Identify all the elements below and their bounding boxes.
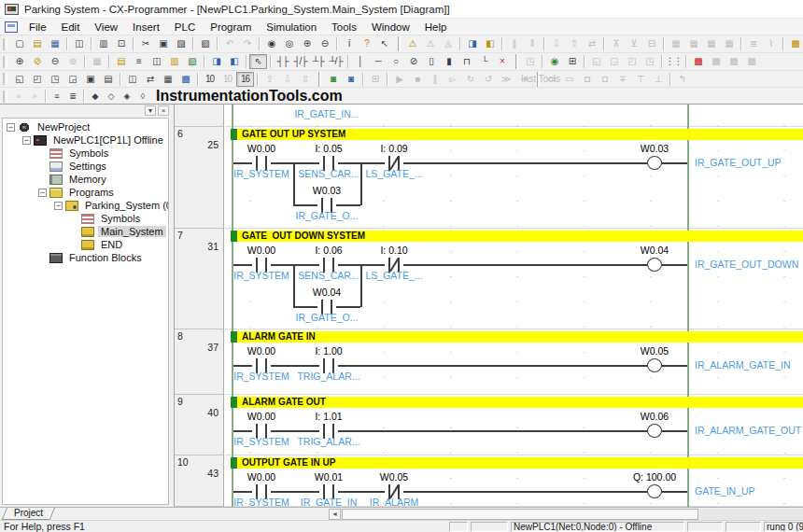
open-project-icon[interactable]: ▤: [28, 36, 46, 51]
context-help-icon[interactable]: ↖: [375, 36, 393, 51]
symbol-list-icon[interactable]: ⋮⋮: [665, 54, 683, 69]
rung-number-cell-8[interactable]: 837: [175, 329, 223, 395]
rung-number-cell-10[interactable]: 1043: [175, 455, 223, 507]
rung-list-icon[interactable]: ≣: [64, 90, 80, 103]
print-preview-icon[interactable]: ⊡: [112, 36, 130, 51]
mnemonic-view-icon[interactable]: ◨: [207, 54, 225, 69]
output-coil[interactable]: [647, 424, 662, 438]
go-to-next-address-icon[interactable]: ◈: [119, 90, 134, 103]
section-list-icon[interactable]: ▧: [183, 54, 201, 69]
zoom-custom-icon[interactable]: ⊘: [28, 54, 46, 69]
tree-item-symbols[interactable]: Symbols: [3, 212, 168, 225]
address-monitor-icon[interactable]: ◫: [148, 54, 165, 69]
mdi-child-icon[interactable]: [5, 21, 18, 33]
rung-number-cell-9[interactable]: 940: [175, 395, 223, 455]
overview-window-icon[interactable]: ▤: [112, 54, 130, 69]
about-icon[interactable]: i: [340, 36, 358, 51]
go-to-input-icon[interactable]: ◆: [87, 90, 103, 103]
instruction-icon[interactable]: ▯: [422, 54, 440, 69]
protection-icon[interactable]: ▩: [786, 36, 803, 51]
paste-attributes-icon[interactable]: ▧: [196, 36, 214, 51]
simulator-monitor-icon[interactable]: ◙: [342, 72, 359, 87]
comment-list-icon[interactable]: ≡: [49, 90, 64, 103]
window-cascade-icon[interactable]: ◱: [10, 72, 28, 87]
tree-item-settings[interactable]: Settings: [3, 160, 168, 173]
online-edit-begin-icon[interactable]: ◉: [545, 54, 563, 69]
online-edit-send-icon[interactable]: ⊞: [563, 54, 581, 69]
new-project-icon[interactable]: ▢: [10, 36, 28, 51]
new-closed-coil-icon[interactable]: ⊘: [404, 54, 422, 69]
rung-number-cell[interactable]: [175, 105, 223, 127]
window-next-icon[interactable]: ▤: [99, 72, 117, 87]
replace-icon[interactable]: ◎: [280, 36, 298, 51]
toolbar-grip[interactable]: [3, 91, 7, 103]
output-coil[interactable]: [647, 156, 662, 170]
find-symbol-icon[interactable]: ◫: [70, 36, 88, 51]
tree-item-symbols[interactable]: Symbols: [3, 147, 168, 160]
tree-expander-minus[interactable]: −: [38, 189, 47, 197]
tree-item-newproject[interactable]: −NewProject: [3, 120, 168, 133]
menu-window[interactable]: Window: [364, 20, 417, 35]
cross-reference-icon[interactable]: ◫: [123, 72, 141, 87]
menu-help[interactable]: Help: [417, 20, 455, 35]
tree-item-function-blocks[interactable]: Function Blocks: [3, 251, 168, 264]
tree-item-programs[interactable]: −Programs: [3, 186, 168, 199]
zoom-out-icon[interactable]: ⊖: [46, 54, 63, 69]
auto-online-icon[interactable]: ◧: [481, 36, 499, 51]
window-arrange-icon[interactable]: ◲: [63, 72, 81, 87]
ladder-view-icon[interactable]: ◧: [225, 54, 243, 69]
workspace-pin-button[interactable]: ▾: [145, 105, 156, 116]
new-closed-contact-icon[interactable]: ┤/├: [291, 54, 309, 69]
tree-item-memory[interactable]: Memory: [3, 173, 168, 186]
monitor-hex-icon[interactable]: 16: [236, 72, 254, 87]
select-tool-icon[interactable]: ⇖: [249, 54, 267, 69]
menu-insert[interactable]: Insert: [125, 20, 167, 35]
find-all-icon[interactable]: ⊖: [316, 36, 333, 51]
scroll-left-button[interactable]: ◄: [329, 509, 341, 520]
address-reference-icon[interactable]: ⇄: [141, 72, 159, 87]
tree-item-main-system[interactable]: Main_System: [3, 225, 168, 238]
rung-comment[interactable]: GATE OUT DOWN SYSTEM: [237, 231, 803, 242]
delete-line-icon[interactable]: ×: [493, 54, 511, 69]
window-prev-icon[interactable]: ▣: [81, 72, 99, 87]
horizontal-line-icon[interactable]: ─: [369, 54, 387, 69]
tree-expander-minus[interactable]: −: [22, 136, 31, 145]
tree-item-end[interactable]: END: [3, 238, 168, 251]
function-block-icon[interactable]: ⊓: [458, 54, 475, 69]
find-bit-address-icon[interactable]: ⊕: [298, 36, 316, 51]
copy-icon[interactable]: ▣: [154, 36, 172, 51]
window-tile-h-icon[interactable]: ◰: [28, 72, 46, 87]
help-topics-icon[interactable]: ?: [358, 36, 375, 51]
menu-edit[interactable]: Edit: [54, 20, 88, 35]
save-project-icon[interactable]: ▦: [46, 36, 63, 51]
or-closed-contact-icon[interactable]: ┴/├: [327, 54, 345, 69]
toolbar-grip[interactable]: [3, 56, 7, 68]
work-online-icon[interactable]: ◨: [463, 36, 481, 51]
menu-file[interactable]: File: [21, 20, 54, 35]
rung-number-cell-6[interactable]: 625: [175, 127, 223, 229]
zoom-in-icon[interactable]: ⊕: [10, 54, 28, 69]
cut-icon[interactable]: ✂: [136, 36, 154, 51]
horizontal-scrollbar[interactable]: ◄: [329, 509, 803, 520]
menu-view[interactable]: View: [87, 20, 125, 35]
new-contact-icon[interactable]: ┤├: [274, 54, 291, 69]
tree-item-newplc1-cp1l-offline[interactable]: −NewPLC1[CP1L] Offline: [3, 133, 168, 147]
menu-program[interactable]: Program: [203, 20, 259, 35]
rung-comment[interactable]: ALARM GATE OUT: [237, 397, 803, 408]
work-online-simulator-icon[interactable]: ◙: [324, 72, 342, 87]
project-tab[interactable]: Project: [2, 508, 55, 520]
rung-number-cell-7[interactable]: 731: [175, 229, 223, 329]
output-coil[interactable]: [647, 258, 662, 272]
print-icon[interactable]: ▥: [94, 36, 112, 51]
new-coil-icon[interactable]: ○: [387, 54, 404, 69]
rung-comment[interactable]: ALARM GATE IN: [237, 331, 803, 343]
find-icon[interactable]: ◉: [262, 36, 280, 51]
vertical-line-icon[interactable]: │: [351, 54, 369, 69]
io-table-window-icon[interactable]: ▩: [176, 72, 194, 87]
menu-plc[interactable]: PLC: [167, 20, 203, 35]
inverted-instruction-icon[interactable]: ▮: [440, 54, 458, 69]
menu-simulation[interactable]: Simulation: [259, 20, 324, 35]
tree-expander-minus[interactable]: −: [7, 123, 15, 132]
or-contact-icon[interactable]: ┴├: [309, 54, 327, 69]
local-symbols-icon[interactable]: ≡: [130, 54, 148, 69]
